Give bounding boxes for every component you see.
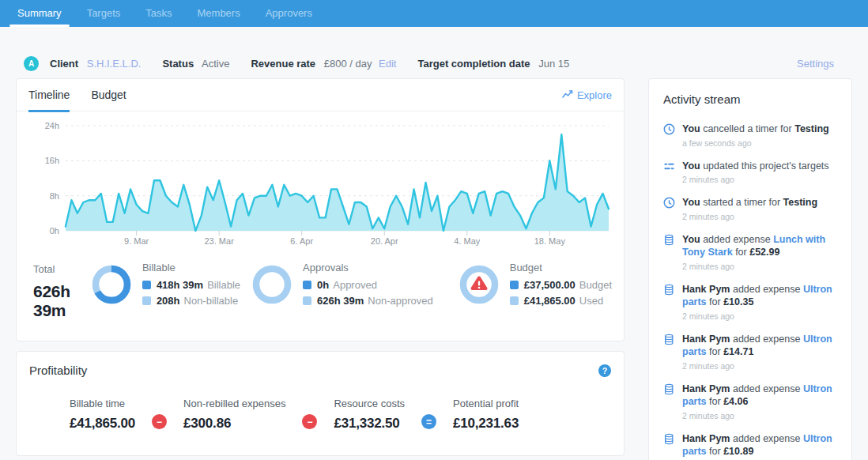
stat-label: Non-rebilled expenses [183, 398, 285, 409]
stat-value: £10,231.63 [453, 416, 519, 432]
edit-link[interactable]: Edit [379, 58, 396, 70]
potential-profit-stat: Potential profit £10,231.63 [453, 398, 519, 432]
legend-swatch-light [303, 296, 311, 305]
activity-text-segment: Testing [783, 197, 818, 208]
activity-text-segment: £14.71 [723, 346, 753, 357]
profitability-title: Profitability [29, 364, 87, 377]
billable-donut-chart [91, 264, 132, 305]
activity-text-segment: for [707, 346, 724, 357]
legend-label: Billable [207, 279, 240, 291]
svg-text:18. May: 18. May [534, 236, 566, 246]
legend-value: £37,500.00 [524, 279, 576, 291]
activity-list: You cancelled a timer for Testinga few s… [660, 123, 840, 460]
stat-value: £31,332.50 [334, 416, 405, 432]
activity-text-segment: £10.35 [723, 296, 753, 307]
billable-time-stat: Billable time £41,865.00 [70, 398, 135, 432]
budget-donut-chart [459, 264, 500, 305]
nav-tab-targets[interactable]: Targets [79, 0, 129, 27]
svg-text:4. May: 4. May [454, 236, 481, 246]
budget-heading: Budget [510, 262, 612, 273]
settings-link[interactable]: Settings [797, 58, 834, 70]
top-nav: Summary Targets Tasks Members Approvers [0, 0, 868, 27]
approvals-heading: Approvals [303, 262, 433, 273]
hours-area-chart[interactable]: 0h8h16h24h9. Mar23. Mar6. Apr20. Apr4. M… [17, 111, 624, 252]
timer-icon [663, 197, 675, 221]
target-date-value: Jun 15 [538, 58, 569, 70]
svg-text:23. Mar: 23. Mar [205, 236, 235, 246]
timeline-card-tabs: Timeline Budget Explore [17, 79, 624, 111]
expense-icon [663, 383, 675, 420]
activity-text: Hank Pym added expense Ultron parts for … [682, 432, 840, 458]
stat-value: £300.86 [183, 416, 285, 432]
legend-value: £41,865.00 [524, 295, 576, 307]
activity-text-segment: £52.99 [749, 247, 779, 258]
activity-item: Hank Pym added expense Ultron parts for … [660, 383, 840, 420]
status-label: Status [162, 58, 194, 70]
legend-label: Non-approved [368, 295, 432, 307]
activity-text: Hank Pym added expense Ultron parts for … [682, 283, 840, 309]
expense-icon [663, 334, 675, 371]
legend-row: £37,500.00 Budget [510, 279, 612, 291]
legend-swatch-light [142, 296, 151, 305]
minus-icon: − [152, 414, 167, 429]
approvals-donut-chart [251, 264, 292, 305]
activity-text: You cancelled a timer for Testing [682, 123, 829, 136]
activity-text-segment: updated this project's targets [700, 160, 829, 172]
activity-text-segment: You [682, 197, 700, 208]
activity-text-segment: added expense [730, 284, 802, 295]
nav-tab-summary[interactable]: Summary [9, 0, 70, 27]
activity-item: Hank Pym added expense Ultron parts for … [660, 432, 840, 460]
target-date-label: Target completion date [417, 58, 530, 70]
activity-timestamp: 2 minutes ago [682, 212, 817, 221]
legend-value: 418h 39m [157, 279, 203, 291]
tab-budget[interactable]: Budget [91, 79, 126, 111]
activity-text-segment: Hank Pym [682, 433, 730, 444]
help-icon[interactable]: ? [598, 364, 611, 377]
legend-swatch-dark [142, 281, 151, 289]
legend-value: 208h [157, 295, 180, 307]
legend-swatch-light [510, 296, 519, 305]
explore-label: Explore [577, 89, 612, 101]
svg-text:16h: 16h [45, 156, 59, 165]
activity-text: You updated this project's targets [682, 160, 829, 173]
nav-tab-tasks[interactable]: Tasks [138, 0, 179, 27]
svg-text:8h: 8h [50, 191, 59, 201]
legend-row: 626h 39m Non-approved [303, 295, 433, 307]
non-rebilled-expenses-stat: Non-rebilled expenses £300.86 [183, 398, 285, 432]
nav-tab-members[interactable]: Members [190, 0, 248, 27]
warning-icon [472, 277, 485, 288]
side-column: Activity stream You cancelled a timer fo… [648, 78, 852, 460]
stat-label: Resource costs [334, 398, 405, 409]
status-value: Active [202, 58, 229, 70]
billable-heading: Billable [142, 262, 240, 273]
activity-timestamp: a few seconds ago [682, 138, 829, 148]
activity-text-segment: added expense [730, 334, 802, 345]
project-info-bar: A Client S.H.I.E.L.D. Status Active Reve… [24, 56, 834, 71]
stat-label: Potential profit [453, 398, 519, 409]
activity-text-segment: added expense [730, 383, 802, 394]
activity-stream-panel: Activity stream You cancelled a timer fo… [648, 78, 852, 460]
tab-timeline[interactable]: Timeline [28, 79, 70, 111]
page-content: Timeline Budget Explore 0h8h16h24h9. Mar… [16, 78, 852, 460]
minus-icon: − [302, 414, 317, 429]
profitability-card: Profitability ? Billable time £41,865.00… [16, 351, 625, 456]
activity-text-segment: You [682, 234, 700, 245]
legend-swatch-dark [303, 281, 311, 289]
explore-link[interactable]: Explore [562, 89, 612, 101]
profitability-formula-row: Billable time £41,865.00 − Non-rebilled … [17, 377, 624, 455]
nav-tab-approvers[interactable]: Approvers [258, 0, 320, 27]
activity-item: Hank Pym added expense Ultron parts for … [660, 283, 840, 321]
activity-text-segment: for [707, 296, 724, 307]
stat-label: Billable time [70, 398, 135, 409]
revenue-rate-value: £800 / day [324, 58, 372, 70]
legend-label: Budget [579, 279, 612, 291]
stat-value: £41,865.00 [70, 416, 135, 432]
main-column: Timeline Budget Explore 0h8h16h24h9. Mar… [16, 78, 625, 460]
activity-text-segment: for [707, 396, 724, 407]
total-label: Total [33, 263, 81, 275]
summary-stats-row: Total 626h 39m Billable 418h 39m Billabl… [17, 252, 624, 341]
svg-text:0h: 0h [50, 226, 59, 236]
legend-row: 418h 39m Billable [142, 279, 240, 291]
billable-stat: Billable 418h 39m Billable 208h Non-bill… [91, 262, 240, 307]
client-name-link[interactable]: S.H.I.E.L.D. [87, 58, 142, 70]
